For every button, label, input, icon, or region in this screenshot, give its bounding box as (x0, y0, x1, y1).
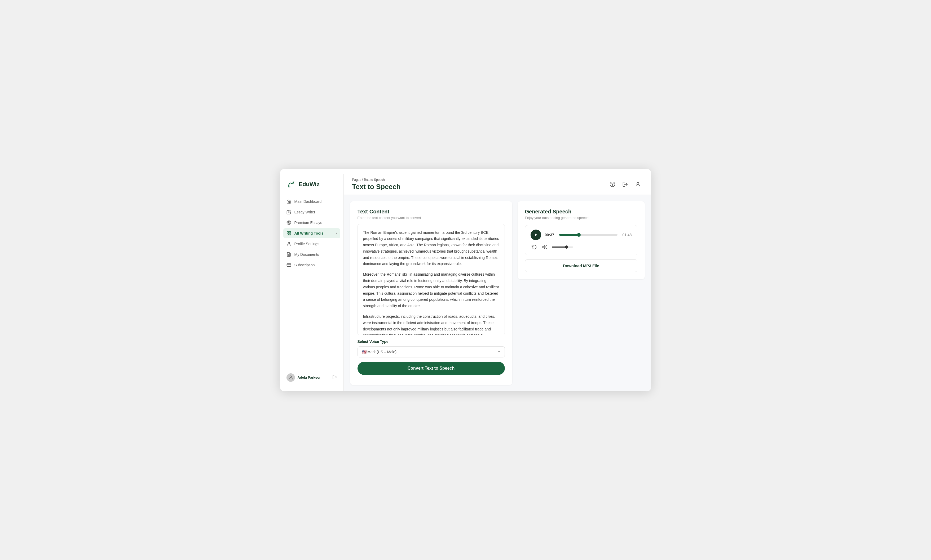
progress-thumb (577, 233, 581, 237)
player-top: 00:37 01:48 (531, 229, 632, 240)
voice-select-section: Select Voice Type 🇺🇸 Mark (US – Male) 🇺🇸… (358, 340, 505, 357)
svg-point-1 (293, 182, 294, 183)
logout-header-button[interactable] (621, 180, 630, 189)
logo-icon (287, 180, 296, 189)
breadcrumb: Pages / Text to Speech (352, 178, 401, 182)
sidebar-item-label: Profile Settings (295, 242, 320, 246)
volume-icon[interactable] (541, 243, 548, 251)
file-icon (287, 252, 291, 257)
avatar (287, 373, 295, 382)
sidebar-item-premium-essays[interactable]: Premium Essays (283, 218, 340, 228)
voice-select-label: Select Voice Type (358, 340, 505, 344)
svg-rect-5 (287, 231, 288, 233)
text-paragraph-3: Infrastructure projects, including the c… (363, 314, 499, 335)
sidebar-item-essay-writer[interactable]: Essay Writer (283, 207, 340, 217)
logout-icon[interactable] (332, 375, 337, 380)
edit-icon (287, 210, 291, 214)
sidebar-item-label: Essay Writer (295, 210, 315, 214)
grid-icon (287, 231, 291, 235)
volume-slider[interactable] (552, 246, 573, 248)
user-name: Adela Parkson (298, 375, 330, 379)
app-layout: EduWiz Main Dashboard (280, 174, 651, 391)
breadcrumb-area: Pages / Text to Speech Text to Speech (352, 178, 401, 191)
sidebar-item-label: Main Dashboard (295, 199, 322, 204)
audio-player: 00:37 01:48 (525, 225, 638, 255)
sidebar-item-label: All Writing Tools (295, 231, 324, 235)
sidebar-item-profile-settings[interactable]: Profile Settings (283, 239, 340, 249)
nav: Main Dashboard Essay Writer (280, 197, 343, 369)
voice-select-wrapper: 🇺🇸 Mark (US – Male) 🇺🇸 Sarah (US – Femal… (358, 346, 505, 357)
svg-rect-7 (287, 234, 288, 235)
target-icon (287, 220, 291, 225)
sidebar-item-label: My Documents (295, 252, 319, 257)
card-icon (287, 263, 291, 268)
sidebar-item-label: Premium Essays (295, 220, 322, 225)
panel-subtitle: Enter the text content you want to conve… (358, 216, 505, 220)
logo-text: EduWiz (299, 181, 320, 188)
speech-panel-subtitle: Enjoy your outstanding generated speech! (525, 216, 638, 220)
right-panel: Generated Speech Enjoy your outstanding … (517, 201, 645, 385)
window-topbar (280, 169, 651, 174)
svg-rect-8 (289, 234, 290, 235)
page-title: Text to Speech (352, 183, 401, 191)
svg-point-3 (287, 222, 290, 224)
text-content-area[interactable]: The Roman Empire's ascent gained momentu… (358, 224, 505, 335)
sidebar-item-main-dashboard[interactable]: Main Dashboard (283, 197, 340, 206)
panel-title: Text Content (358, 209, 505, 215)
main-content: Pages / Text to Speech Text to Speech (344, 174, 651, 391)
volume-fill (552, 246, 567, 248)
progress-fill (559, 234, 579, 235)
speech-panel-title: Generated Speech (525, 209, 638, 215)
content-area: Text Content Enter the text content you … (344, 195, 651, 391)
total-time: 01:48 (621, 233, 632, 237)
sidebar-item-label: Subscription (295, 263, 315, 267)
chevron-down-icon: › (336, 231, 337, 235)
text-paragraph-1: The Roman Empire's ascent gained momentu… (363, 229, 499, 268)
svg-point-19 (637, 182, 639, 184)
left-panel: Text Content Enter the text content you … (350, 201, 512, 385)
sidebar-item-my-documents[interactable]: My Documents (283, 249, 340, 260)
current-time: 00:37 (545, 233, 556, 237)
progress-track (559, 234, 618, 235)
text-paragraph-2: Moreover, the Romans' skill in assimilat… (363, 271, 499, 309)
svg-point-9 (288, 242, 290, 244)
convert-btn[interactable]: Convert Text to Speech (358, 362, 505, 375)
logo-area: EduWiz (280, 180, 343, 197)
svg-point-4 (288, 222, 289, 223)
profile-header-button[interactable] (633, 180, 643, 189)
home-icon (287, 199, 291, 204)
sidebar-item-subscription[interactable]: Subscription (283, 260, 340, 270)
speech-panel: Generated Speech Enjoy your outstanding … (517, 201, 645, 279)
player-bottom (531, 243, 632, 251)
svg-marker-20 (535, 233, 537, 236)
user-area: Adela Parkson (280, 369, 343, 386)
svg-rect-6 (289, 231, 290, 233)
user-circle-icon (287, 242, 291, 246)
svg-marker-21 (542, 245, 545, 249)
help-button[interactable] (608, 180, 617, 189)
panel-header: Text Content Enter the text content you … (358, 209, 505, 220)
sidebar: EduWiz Main Dashboard (280, 174, 344, 391)
header: Pages / Text to Speech Text to Speech (344, 174, 651, 195)
replay-icon[interactable] (531, 243, 538, 251)
progress-bar[interactable] (559, 234, 618, 235)
header-actions (608, 180, 643, 189)
svg-rect-12 (287, 263, 291, 266)
app-window: EduWiz Main Dashboard (280, 169, 651, 391)
sidebar-item-all-writing-tools[interactable]: All Writing Tools › (283, 228, 340, 238)
play-button[interactable] (531, 229, 541, 240)
download-btn[interactable]: Download MP3 File (525, 260, 638, 272)
svg-point-14 (290, 376, 292, 378)
volume-thumb (565, 245, 568, 249)
svg-rect-0 (287, 180, 296, 189)
voice-select[interactable]: 🇺🇸 Mark (US – Male) 🇺🇸 Sarah (US – Femal… (358, 346, 505, 357)
